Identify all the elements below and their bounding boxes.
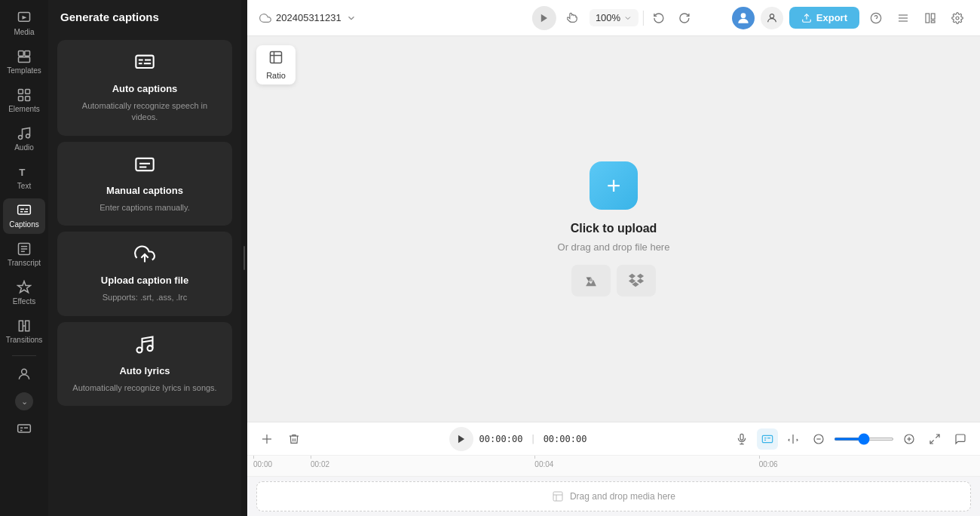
svg-point-36 <box>137 347 142 352</box>
svg-rect-58 <box>762 435 772 442</box>
svg-rect-55 <box>740 434 743 440</box>
svg-rect-51 <box>271 52 282 63</box>
timeline-current-time: 00:00:00 <box>479 434 523 444</box>
toolbar-right: Export <box>732 7 968 29</box>
sidebar-item-templates[interactable]: Templates <box>3 45 45 80</box>
timeline-delete-btn[interactable] <box>283 428 305 450</box>
elements-icon <box>17 88 32 103</box>
svg-point-37 <box>148 346 153 351</box>
svg-rect-27 <box>136 56 153 68</box>
timeline-area: 00:00:00 | 00:00:00 <box>247 422 980 516</box>
svg-line-68 <box>936 435 939 438</box>
auto-captions-card[interactable]: Auto captions Automatically recognize sp… <box>57 40 232 136</box>
transitions-icon <box>17 318 32 333</box>
timeline-minus-btn[interactable] <box>808 428 829 450</box>
toolbar-separator-1 <box>643 11 644 26</box>
svg-line-69 <box>930 440 934 444</box>
ratio-button[interactable]: Ratio <box>256 45 296 84</box>
timeline-split-btn[interactable] <box>256 428 277 450</box>
captions-icon <box>17 203 32 218</box>
upload-plus-button[interactable]: + <box>590 161 638 210</box>
caption-bottom-icon <box>17 421 32 436</box>
svg-rect-7 <box>19 97 23 101</box>
user-profile-btn[interactable] <box>761 7 783 29</box>
ruler-line <box>253 456 254 459</box>
project-selector[interactable]: 202405311231 <box>259 12 357 24</box>
upload-cloud-buttons <box>571 265 656 296</box>
upload-subtitle: Or drag and drop file here <box>558 241 670 253</box>
upload-area: + Click to upload Or drag and drop file … <box>247 36 980 422</box>
auto-captions-title: Auto captions <box>112 83 178 94</box>
layout-btn[interactable] <box>920 8 941 29</box>
zoom-value: 100% <box>596 12 620 23</box>
zoom-chevron-icon <box>623 14 632 23</box>
resize-handle[interactable] <box>241 0 247 516</box>
timeline-plus-btn[interactable] <box>899 428 920 450</box>
project-name: 202405311231 <box>276 12 341 23</box>
timeline-split-tracks-btn[interactable] <box>782 428 804 450</box>
sidebar-item-transcript[interactable]: Transcript <box>3 237 45 272</box>
expand-btn[interactable]: ⌄ <box>15 392 33 410</box>
export-button[interactable]: Export <box>789 7 859 29</box>
icon-sidebar: Media Templates Elements Audio T Text Ca… <box>0 0 48 516</box>
ruler-line-3 <box>759 456 760 459</box>
timeline-sep: | <box>530 434 535 444</box>
svg-rect-4 <box>19 57 30 63</box>
ratio-label: Ratio <box>266 71 286 80</box>
zoom-selector[interactable]: 100% <box>590 9 639 26</box>
timeline-total-time: 00:00:00 <box>544 434 587 444</box>
timeline-captions-btn[interactable] <box>757 428 778 450</box>
timeline-comment-btn[interactable] <box>950 428 971 450</box>
upload-caption-card[interactable]: Upload caption file Supports: .srt, .ass… <box>57 232 232 315</box>
timeline-fullscreen-btn[interactable] <box>924 428 945 450</box>
upload-caption-title: Upload caption file <box>101 275 188 286</box>
svg-marker-54 <box>458 435 464 443</box>
ratio-icon <box>268 50 283 68</box>
google-drive-btn[interactable] <box>571 265 611 296</box>
drag-drop-media-area[interactable]: Drag and drop media here <box>256 481 971 511</box>
panel-sidebar: Generate captions Auto captions Automati… <box>48 0 241 516</box>
ruler-line-2 <box>534 456 535 459</box>
svg-rect-5 <box>19 90 23 94</box>
svg-point-42 <box>871 13 880 23</box>
toolbar-hand-btn[interactable] <box>561 6 585 30</box>
sidebar-item-captions-bottom[interactable] <box>3 416 45 441</box>
sidebar-item-user[interactable] <box>3 362 45 386</box>
sidebar-item-elements[interactable]: Elements <box>3 83 45 118</box>
dropbox-btn[interactable] <box>617 265 656 296</box>
timeline-play-btn[interactable] <box>449 427 473 451</box>
svg-point-9 <box>19 136 23 140</box>
menu-btn[interactable] <box>893 8 914 29</box>
svg-rect-8 <box>26 97 30 101</box>
sidebar-item-media[interactable]: Media <box>3 6 45 41</box>
auto-lyrics-card[interactable]: Auto lyrics Automatically recognize lyri… <box>57 322 232 406</box>
timeline-zoom-slider[interactable] <box>834 438 894 441</box>
toolbar-play-btn[interactable] <box>532 6 556 30</box>
manual-captions-card[interactable]: Manual captions Enter captions manually. <box>57 142 232 226</box>
sidebar-item-effects[interactable]: Effects <box>3 275 45 311</box>
toolbar-center: 100% <box>532 6 695 30</box>
svg-rect-12 <box>18 205 31 214</box>
sidebar-item-text[interactable]: T Text <box>3 160 45 195</box>
ruler-label-0: 00:00 <box>253 460 272 468</box>
redo-button[interactable] <box>674 8 695 29</box>
media-icon <box>17 11 32 26</box>
upload-title: Click to upload <box>571 222 657 235</box>
transcript-icon <box>17 241 32 256</box>
svg-rect-48 <box>931 14 935 19</box>
svg-point-10 <box>26 134 30 138</box>
sidebar-item-audio[interactable]: Audio <box>3 121 45 157</box>
timeline-mic-btn[interactable] <box>731 428 752 450</box>
undo-button[interactable] <box>648 8 669 29</box>
settings-btn[interactable] <box>947 8 968 29</box>
auto-captions-icon <box>134 52 155 77</box>
svg-marker-1 <box>23 16 27 20</box>
help-btn[interactable] <box>865 8 887 29</box>
audio-icon <box>17 126 32 141</box>
ruler-marks: 00:00 00:02 00:04 00:06 <box>247 456 980 476</box>
sidebar-item-transitions[interactable]: Transitions <box>3 314 45 349</box>
auto-lyrics-desc: Automatically recognize lyrics in songs. <box>72 382 216 394</box>
timeline-ruler: 00:00 00:02 00:04 00:06 <box>247 456 980 477</box>
sidebar-item-captions[interactable]: Captions <box>3 198 45 234</box>
ruler-label-2: 00:04 <box>534 460 553 468</box>
